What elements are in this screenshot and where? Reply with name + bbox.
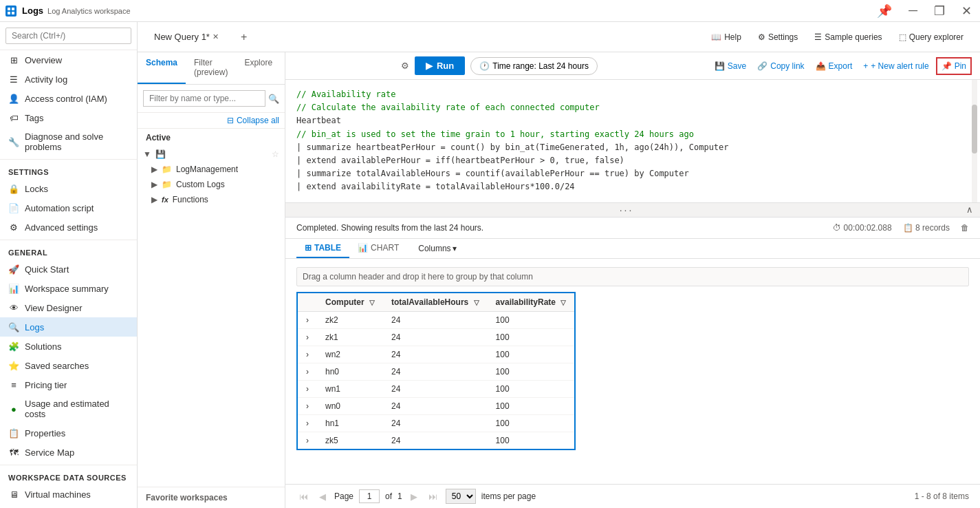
sidebar-item-saved-searches[interactable]: ⭐ Saved searches: [0, 356, 137, 375]
sidebar-item-logs[interactable]: 🔍 Logs: [0, 317, 137, 337]
sidebar-item-quickstart[interactable]: 🚀 Quick Start: [0, 260, 137, 279]
filter-settings-icon[interactable]: ⚙: [401, 61, 409, 71]
expand-cell[interactable]: ›: [297, 328, 317, 346]
sidebar-item-label: Virtual machines: [25, 489, 91, 500]
expand-cell[interactable]: ›: [297, 432, 317, 449]
wrench-icon: 🔧: [8, 136, 19, 147]
sidebar-item-virtual-machines[interactable]: 🖥 Virtual machines: [0, 485, 137, 504]
sidebar-item-service-map[interactable]: 🗺 Service Map: [0, 443, 137, 462]
total-hours-filter-icon[interactable]: ▽: [474, 299, 479, 306]
save-btn[interactable]: 💾 Save: [710, 59, 750, 74]
play-icon: ▶: [426, 61, 433, 71]
columns-btn[interactable]: Columns ▾: [413, 240, 461, 257]
expand-cell[interactable]: ›: [297, 311, 317, 328]
people-icon: 👤: [8, 93, 19, 104]
ellipsis-icon: ···: [620, 204, 634, 215]
query-explorer-label: Query explorer: [909, 32, 963, 42]
sidebar-item-tags[interactable]: 🏷 Tags: [0, 108, 137, 127]
columns-label: Columns: [418, 244, 450, 253]
code-editor[interactable]: // Availability rate // Calculate the av…: [285, 80, 980, 203]
export-btn[interactable]: 📤 Export: [812, 59, 857, 74]
table-row: › wn0 24 100: [297, 397, 575, 414]
delete-results-btn[interactable]: 🗑: [961, 223, 969, 233]
data-table-container[interactable]: Drag a column header and drop it here to…: [285, 259, 980, 485]
sidebar-item-storage-accounts[interactable]: 🗄 Storage accounts logs: [0, 504, 137, 508]
cell-computer: zk1: [317, 328, 383, 346]
collapse-all-btn[interactable]: ⊟ Collapse all: [138, 113, 285, 129]
favorite-workspaces-label: Favorite workspaces: [138, 487, 285, 508]
settings-btn[interactable]: ⚙ Settings: [752, 30, 803, 45]
rocket-icon: 🚀: [8, 264, 19, 275]
sidebar-item-properties[interactable]: 📋 Properties: [0, 423, 137, 443]
results-tab-chart[interactable]: 📊 CHART: [349, 239, 407, 258]
sidebar-item-locks[interactable]: 🔒 Locks: [0, 179, 137, 198]
close-tab-icon[interactable]: ✕: [213, 32, 219, 41]
sidebar-item-overview[interactable]: ⊞ Overview: [0, 50, 137, 70]
next-page-btn[interactable]: ▶: [408, 490, 420, 503]
sidebar-item-workspace-summary[interactable]: 📊 Workspace summary: [0, 279, 137, 298]
star-fav-icon[interactable]: ☆: [272, 149, 279, 159]
sidebar-item-automation[interactable]: 📄 Automation script: [0, 198, 137, 218]
copy-link-btn[interactable]: 🔗 Copy link: [753, 59, 808, 74]
page-number[interactable]: 1: [359, 489, 380, 503]
schema-node-custom-logs[interactable]: ▶ 📁 Custom Logs: [138, 177, 285, 192]
sidebar-item-usage-costs[interactable]: ● Usage and estimated costs: [0, 394, 137, 423]
minimize-btn[interactable]: ─: [906, 3, 920, 19]
pin-window-btn[interactable]: 📌: [874, 3, 895, 19]
expand-cell[interactable]: ›: [297, 380, 317, 397]
query-explorer-btn[interactable]: ⬚ Query explorer: [893, 30, 969, 45]
sidebar-item-diagnose[interactable]: 🔧 Diagnose and solve problems: [0, 127, 137, 156]
run-btn[interactable]: ▶ Run: [415, 56, 465, 75]
expand-cell[interactable]: ›: [297, 414, 317, 432]
copy-link-label: Copy link: [770, 61, 804, 71]
sample-queries-btn[interactable]: ☰ Sample queries: [809, 30, 887, 45]
sidebar-item-label: Pricing tier: [25, 380, 67, 390]
resize-handle[interactable]: ··· ∧: [285, 203, 980, 218]
new-query-tab[interactable]: New Query 1* ✕: [149, 29, 224, 45]
th-total-hours[interactable]: totalAvailableHours ▽: [383, 293, 488, 312]
script-icon: 📄: [8, 202, 19, 213]
sidebar-item-pricing-tier[interactable]: ≡ Pricing tier: [0, 375, 137, 394]
time-range-btn[interactable]: 🕐 Time range: Last 24 hours: [470, 57, 598, 75]
expand-cell[interactable]: ›: [297, 397, 317, 414]
table-row: › zk5 24 100: [297, 432, 575, 449]
scroll-thumb[interactable]: [972, 105, 977, 154]
sidebar-item-solutions[interactable]: 🧩 Solutions: [0, 337, 137, 356]
search-input[interactable]: [6, 28, 131, 44]
help-btn[interactable]: 📖 Help: [706, 30, 747, 45]
expand-cell[interactable]: ›: [297, 363, 317, 380]
th-computer[interactable]: Computer ▽: [317, 293, 383, 312]
last-page-btn[interactable]: ⏭: [426, 490, 440, 503]
export-icon: 📤: [816, 61, 826, 71]
availability-rate-filter-icon[interactable]: ▽: [560, 299, 566, 306]
items-per-page-select[interactable]: 50: [446, 489, 476, 504]
schema-tab-explore[interactable]: Explore: [236, 52, 281, 84]
schema-tab-filter[interactable]: Filter (preview): [186, 52, 236, 84]
add-tab-btn[interactable]: +: [235, 25, 252, 49]
prev-page-btn[interactable]: ◀: [316, 490, 329, 503]
map-icon: 🗺: [8, 447, 19, 458]
results-tab-table[interactable]: ⊞ TABLE: [296, 239, 349, 258]
schema-filter-input[interactable]: [143, 90, 265, 107]
computer-filter-icon[interactable]: ▽: [369, 299, 375, 306]
cell-availability-rate: 100: [488, 346, 576, 363]
close-btn[interactable]: ✕: [959, 3, 974, 19]
code-line-4: // bin_at is used to set the time grain …: [296, 128, 969, 141]
th-availability-rate-label: availabilityRate: [496, 297, 556, 307]
sidebar-item-view-designer[interactable]: 👁 View Designer: [0, 298, 137, 317]
table-row: › hn1 24 100: [297, 414, 575, 432]
schema-node-log-management[interactable]: ▶ 📁 LogManagement: [138, 162, 285, 177]
expand-cell[interactable]: ›: [297, 346, 317, 363]
schema-node-functions[interactable]: ▶ fx Functions: [138, 192, 285, 207]
sidebar-item-label: Workspace summary: [25, 284, 109, 294]
circle-icon: ●: [8, 403, 19, 414]
restore-btn[interactable]: ❐: [931, 3, 948, 19]
first-page-btn[interactable]: ⏮: [296, 490, 311, 503]
th-availability-rate[interactable]: availabilityRate ▽: [488, 293, 576, 312]
pin-btn[interactable]: 📌 Pin: [936, 57, 972, 75]
sidebar-item-access-control[interactable]: 👤 Access control (IAM): [0, 89, 137, 108]
sidebar-item-advanced-settings[interactable]: ⚙ Advanced settings: [0, 218, 137, 237]
schema-tab-schema[interactable]: Schema: [138, 52, 186, 84]
sidebar-item-activity-log[interactable]: ☰ Activity log: [0, 70, 137, 89]
new-alert-rule-btn[interactable]: + + New alert rule: [859, 59, 933, 74]
